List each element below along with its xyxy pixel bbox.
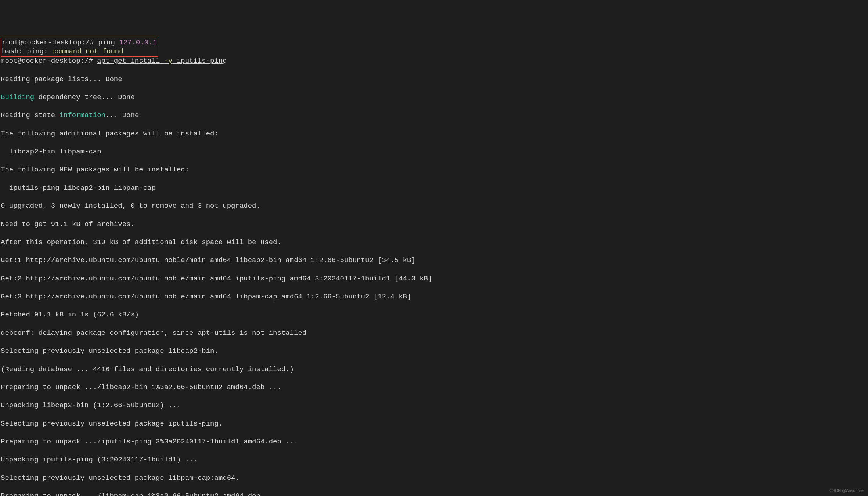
- output-line: Unpacking iputils-ping (3:20240117-1buil…: [1, 455, 867, 464]
- output-line: Get:1 http://archive.ubuntu.com/ubuntu n…: [1, 256, 867, 265]
- terminal-output[interactable]: root@docker-desktop:/# ping 127.0.0.1bas…: [1, 38, 867, 496]
- watermark: CSDN @AnsonNie: [829, 488, 864, 493]
- output-line: Reading state information... Done: [1, 111, 867, 120]
- output-line: (Reading database ... 4416 files and dir…: [1, 365, 867, 374]
- output-line: Need to get 91.1 kB of archives.: [1, 220, 867, 229]
- command: ping: [98, 39, 115, 47]
- error-message: command not found: [52, 47, 123, 55]
- output-line: The following additional packages will b…: [1, 129, 867, 138]
- prompt: root@docker-desktop:/#: [1, 57, 93, 65]
- apt-command: apt-get install -y iputils-ping: [97, 57, 227, 65]
- ip-address: 127.0.0.1: [119, 39, 157, 47]
- output-line: Building dependency tree... Done: [1, 93, 867, 102]
- output-line: Unpacking libcap2-bin (1:2.66-5ubuntu2) …: [1, 401, 867, 410]
- output-line: Selecting previously unselected package …: [1, 347, 867, 356]
- output-line: Preparing to unpack .../libpam-cap_1%3a2…: [1, 492, 867, 496]
- output-line: iputils-ping libcap2-bin libpam-cap: [1, 184, 867, 193]
- error-prefix: bash: ping:: [2, 47, 48, 55]
- output-line: Selecting previously unselected package …: [1, 474, 867, 483]
- output-line: debconf: delaying package configuration,…: [1, 329, 867, 338]
- output-line: 0 upgraded, 3 newly installed, 0 to remo…: [1, 202, 867, 211]
- output-line: The following NEW packages will be insta…: [1, 165, 867, 174]
- command-line-2: root@docker-desktop:/# apt-get install -…: [1, 57, 867, 66]
- prompt: root@docker-desktop:/#: [2, 39, 94, 47]
- url-link[interactable]: http://archive.ubuntu.com/ubuntu: [26, 275, 160, 283]
- output-line: Preparing to unpack .../libcap2-bin_1%3a…: [1, 383, 867, 392]
- output-line: After this operation, 319 kB of addition…: [1, 238, 867, 247]
- url-link[interactable]: http://archive.ubuntu.com/ubuntu: [26, 256, 160, 264]
- highlighted-block-1: root@docker-desktop:/# ping 127.0.0.1bas…: [1, 38, 158, 57]
- output-line: Selecting previously unselected package …: [1, 419, 867, 428]
- output-line: Get:2 http://archive.ubuntu.com/ubuntu n…: [1, 274, 867, 283]
- output-line: Reading package lists... Done: [1, 75, 867, 84]
- url-link[interactable]: http://archive.ubuntu.com/ubuntu: [26, 293, 160, 301]
- output-line: Get:3 http://archive.ubuntu.com/ubuntu n…: [1, 292, 867, 301]
- output-line: Fetched 91.1 kB in 1s (62.6 kB/s): [1, 310, 867, 319]
- output-line: libcap2-bin libpam-cap: [1, 147, 867, 156]
- output-line: Preparing to unpack .../iputils-ping_3%3…: [1, 437, 867, 446]
